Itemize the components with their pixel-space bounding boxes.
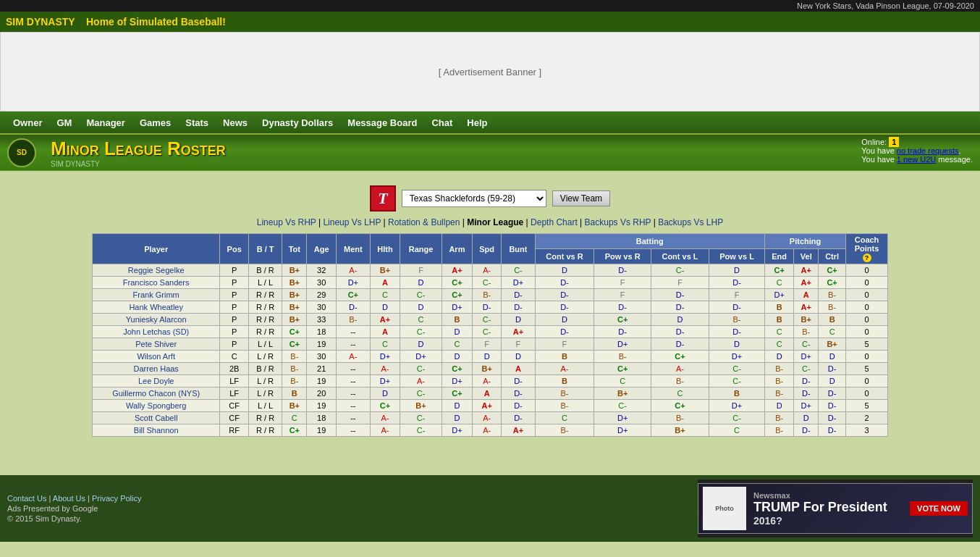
player-pow-r: D+	[594, 412, 651, 424]
player-coach-points: 0	[846, 314, 888, 326]
link-lineup-vs-rhp[interactable]: Lineup Vs RHP	[257, 217, 316, 227]
player-link[interactable]: Hank Wheatley	[129, 303, 183, 311]
player-coach-points: 5	[846, 338, 888, 351]
table-row: Yuniesky Alarcon P R / R B+ 33 B- A+ C B…	[93, 314, 888, 326]
about-us-link[interactable]: About Us	[53, 494, 85, 503]
link-backups-vs-lhp[interactable]: Backups Vs LHP	[658, 217, 723, 227]
player-link[interactable]: Scott Cabell	[135, 414, 177, 422]
contact-us-link[interactable]: Contact Us	[7, 494, 46, 503]
player-coach-points: 0	[846, 351, 888, 363]
player-range: C-	[400, 289, 442, 301]
player-link[interactable]: Darren Haas	[134, 364, 179, 373]
nav-stats[interactable]: Stats	[178, 114, 216, 131]
link-rotation-bullpen[interactable]: Rotation & Bullpen	[388, 217, 460, 227]
col-header-cont-vs-l: Cont vs L	[651, 249, 709, 264]
player-link[interactable]: Lee Doyle	[138, 377, 174, 385]
player-hlth: C	[370, 289, 400, 301]
player-name: Guillermo Chacon (NYS)	[93, 388, 220, 400]
nav-chat[interactable]: Chat	[424, 114, 460, 131]
player-name: Pete Shiver	[93, 338, 220, 351]
nav-manager[interactable]: Manager	[79, 114, 132, 131]
player-arm: D+	[442, 375, 472, 388]
player-cont-l: D-	[651, 338, 709, 351]
player-link[interactable]: Frank Grimm	[133, 290, 179, 299]
bottom-ad-banner: Photo Newsmax TRUMP For President 2016? …	[698, 479, 973, 537]
player-link[interactable]: Reggie Segelke	[128, 266, 185, 275]
player-arm: C+	[442, 363, 472, 375]
player-spd: D	[472, 351, 501, 363]
player-vel: C-	[794, 338, 819, 351]
player-cont-l: C+	[651, 400, 709, 412]
player-bunt: D-	[502, 400, 535, 412]
player-hlth: D+	[370, 351, 400, 363]
player-tot: B+	[282, 314, 307, 326]
trump-ad: Photo Newsmax TRUMP For President 2016? …	[698, 483, 973, 534]
vote-now-button[interactable]: VOTE NOW	[910, 501, 968, 516]
player-hlth: C	[370, 338, 400, 351]
player-link[interactable]: Wilson Arft	[137, 352, 175, 361]
nav-gm[interactable]: GM	[49, 114, 79, 131]
link-backups-vs-rhp[interactable]: Backups Vs RHP	[585, 217, 651, 227]
player-ment: B-	[336, 314, 370, 326]
player-link[interactable]: Guillermo Chacon (NYS)	[112, 389, 200, 398]
player-bt: R / R	[248, 424, 282, 437]
link-lineup-vs-lhp[interactable]: Lineup Vs LHP	[323, 217, 381, 227]
player-link[interactable]: Wally Spongberg	[126, 401, 186, 410]
player-name: Scott Cabell	[93, 412, 220, 424]
player-range: C-	[400, 388, 442, 400]
table-row: Wally Spongberg CF L / L B+ 19 -- C+ B+ …	[93, 400, 888, 412]
player-vel: A+	[794, 277, 819, 289]
player-tot: B-	[282, 363, 307, 375]
player-end: C	[764, 277, 793, 289]
link-depth-chart[interactable]: Depth Chart	[531, 217, 578, 227]
player-name: Lee Doyle	[93, 375, 220, 388]
player-cont-r: B-	[535, 424, 594, 437]
player-bunt: D+	[502, 277, 535, 289]
nav-owner[interactable]: Owner	[6, 114, 49, 131]
coach-help-icon[interactable]: ?	[863, 254, 871, 262]
nav-help[interactable]: Help	[460, 114, 494, 131]
trade-requests-link[interactable]: no trade requests	[897, 146, 959, 155]
player-pow-l: D	[709, 264, 765, 277]
player-vel: D-	[794, 375, 819, 388]
player-ment: C+	[336, 289, 370, 301]
col-header-bt: B / T	[248, 234, 282, 264]
player-age: 19	[307, 375, 336, 388]
player-cont-l: B-	[651, 375, 709, 388]
player-link[interactable]: Bill Shannon	[134, 426, 179, 435]
player-age: 19	[307, 338, 336, 351]
player-cont-r: B	[535, 375, 594, 388]
player-ctrl: B-	[819, 289, 846, 301]
player-hlth: D	[370, 301, 400, 314]
table-row: Francisco Sanders P L / L B+ 30 D+ A D C…	[93, 277, 888, 289]
table-row: Scott Cabell CF R / R C 18 -- A- C- D A-…	[93, 412, 888, 424]
nav-message-board[interactable]: Message Board	[340, 114, 424, 131]
player-hlth: D+	[370, 375, 400, 388]
privacy-policy-link[interactable]: Privacy Policy	[92, 494, 141, 503]
player-hlth: A	[370, 326, 400, 338]
team-select[interactable]: Texas Shacklefords (59-28)	[402, 190, 546, 207]
player-spd: C-	[472, 326, 501, 338]
nav-games[interactable]: Games	[132, 114, 178, 131]
player-end: C+	[764, 264, 793, 277]
nav-news[interactable]: News	[216, 114, 255, 131]
player-link[interactable]: John Letchas (SD)	[123, 327, 189, 336]
player-bt: L / R	[248, 388, 282, 400]
player-link[interactable]: Francisco Sanders	[123, 278, 190, 287]
player-vel: D	[794, 412, 819, 424]
player-ctrl: D-	[819, 400, 846, 412]
player-end: D	[764, 351, 793, 363]
nav-dynasty-dollars[interactable]: Dynasty Dollars	[255, 114, 340, 131]
player-link[interactable]: Yuniesky Alarcon	[126, 315, 187, 324]
player-vel: A+	[794, 264, 819, 277]
table-row: Darren Haas 2B B / R B- 21 -- A- C- C+ B…	[93, 363, 888, 375]
player-cont-r: D-	[535, 277, 594, 289]
player-bt: R / R	[248, 412, 282, 424]
player-range: D+	[400, 351, 442, 363]
view-team-button[interactable]: View Team	[552, 190, 610, 206]
player-age: 19	[307, 424, 336, 437]
u2u-link[interactable]: 1 new U2U	[897, 155, 936, 164]
player-link[interactable]: Pete Shiver	[135, 340, 177, 348]
player-spd: A-	[472, 412, 501, 424]
player-ctrl: B-	[819, 301, 846, 314]
